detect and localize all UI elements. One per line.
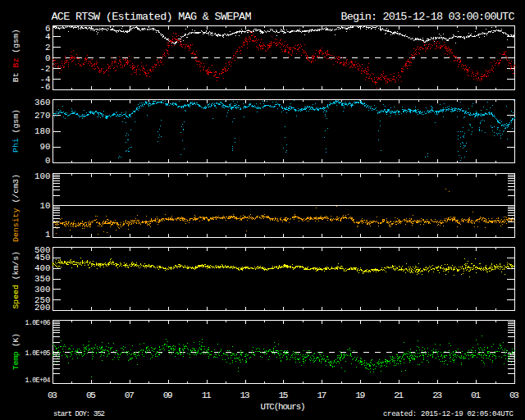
svg-text:03: 03 [48,390,57,400]
svg-text:1: 1 [45,230,50,240]
svg-text:-6: -6 [40,82,51,92]
svg-text:1.0E+04: 1.0E+04 [25,377,51,384]
svg-text:23: 23 [432,390,442,400]
svg-text:03: 03 [509,390,519,400]
svg-text:Phi (gsm): Phi (gsm) [11,109,21,153]
svg-text:2: 2 [45,43,50,52]
svg-text:21: 21 [394,390,404,400]
svg-text:270: 270 [34,111,50,121]
svg-text:17: 17 [317,390,326,400]
svg-text:ACE RTSW (Estimated) MAG & SWE: ACE RTSW (Estimated) MAG & SWEPAM [52,11,252,23]
svg-text:11: 11 [202,390,212,400]
svg-text:01: 01 [471,390,481,400]
svg-text:-2: -2 [40,64,51,74]
svg-text:4: 4 [45,32,50,42]
svg-text:180: 180 [34,126,50,136]
svg-text:UTC(hours): UTC(hours) [261,402,306,412]
svg-text:200: 200 [34,303,50,313]
svg-text:0: 0 [45,53,50,63]
svg-text:Temp (K): Temp (K) [11,333,21,370]
svg-text:07: 07 [125,390,135,400]
svg-text:1.0E+05: 1.0E+05 [25,349,51,357]
svg-text:90: 90 [40,142,51,152]
svg-text:created: 2015-12-19 02:05:04UT: created: 2015-12-19 02:05:04UTC [383,410,514,418]
svg-text:1.0E+06: 1.0E+06 [25,319,51,326]
svg-text:start DOY: 352: start DOY: 352 [53,410,105,418]
svg-text:13: 13 [240,390,250,400]
svg-text:350: 350 [34,274,50,284]
svg-text:09: 09 [163,390,173,400]
svg-text:10: 10 [40,201,51,211]
svg-text:360: 360 [34,98,50,107]
svg-text:450: 450 [34,253,50,262]
svg-text:0: 0 [45,156,50,166]
svg-text:Density (/cm3): Density (/cm3) [11,174,21,242]
svg-text:Begin: 2015-12-18 03:00:00UTC: Begin: 2015-12-18 03:00:00UTC [341,11,515,23]
svg-text:400: 400 [34,263,50,273]
svg-text:05: 05 [86,390,96,400]
svg-text:Bt Bz (gsm): Bt Bz (gsm) [11,29,21,82]
svg-text:Speed (km/s): Speed (km/s) [11,251,21,309]
svg-text:19: 19 [355,390,365,400]
svg-text:15: 15 [278,390,288,400]
svg-text:300: 300 [34,285,50,294]
svg-text:100: 100 [34,171,50,181]
